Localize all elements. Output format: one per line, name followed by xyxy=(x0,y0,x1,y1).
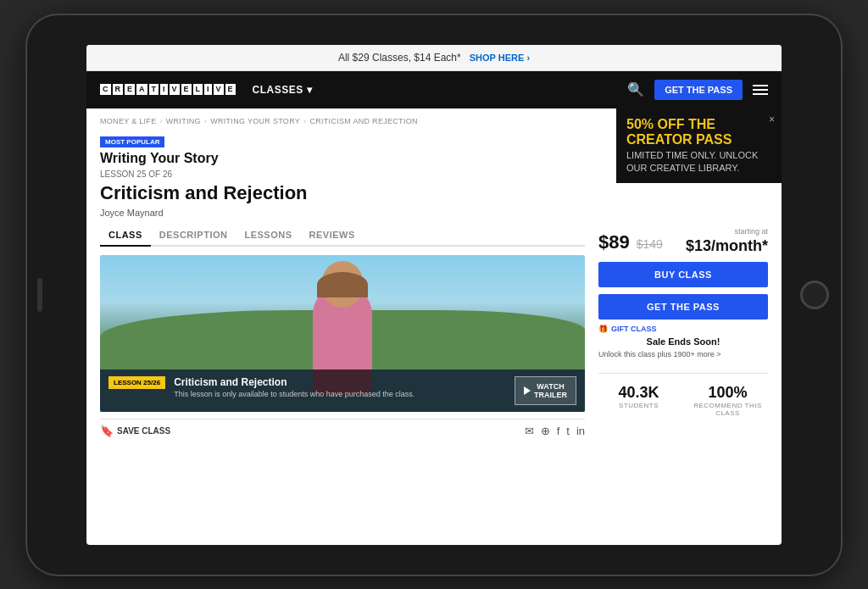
students-stat: 40.3K STUDENTS xyxy=(598,384,679,417)
top-banner: All $29 Classes, $14 Each* SHOP HERE › xyxy=(86,45,782,71)
screen: All $29 Classes, $14 Each* SHOP HERE › C… xyxy=(86,45,782,545)
get-pass-button[interactable]: GET THE PASS xyxy=(598,294,768,320)
email-share-icon[interactable]: ✉ xyxy=(525,425,534,437)
save-class-button[interactable]: 🔖 SAVE CLASS xyxy=(100,425,170,437)
search-icon[interactable]: 🔍 xyxy=(627,81,644,97)
breadcrumb-writing[interactable]: WRITING xyxy=(166,117,201,125)
hamburger-menu-icon[interactable] xyxy=(753,85,768,95)
logo[interactable]: C R E A T I V E L I V E xyxy=(100,84,236,95)
gift-class-row[interactable]: 🎁 GIFT CLASS xyxy=(598,325,768,333)
lesson-overlay-sub: This lesson is only available to student… xyxy=(174,390,506,400)
video-player: LESSON 25/26 Criticism and Rejection Thi… xyxy=(100,255,585,412)
unlock-text[interactable]: Unlock this class plus 1900+ more > xyxy=(598,350,768,360)
tab-lessons[interactable]: LESSONS xyxy=(236,225,300,247)
breadcrumb-current: CRITICISM AND REJECTION xyxy=(309,117,417,125)
tablet-frame: All $29 Classes, $14 Each* SHOP HERE › C… xyxy=(27,15,841,575)
price-per-month: $13/month* xyxy=(686,237,768,255)
lesson-name: Criticism and Rejection xyxy=(100,182,585,204)
lesson-overlay: LESSON 25/26 Criticism and Rejection Thi… xyxy=(100,370,585,412)
breadcrumb-money-life[interactable]: MONEY & LIFE xyxy=(100,117,156,125)
breadcrumb-writing-your-story[interactable]: WRITING YOUR STORY xyxy=(210,117,300,125)
promo-percent-text: 50% OFF THE CREATOR PASS xyxy=(626,117,771,147)
stats-row: 40.3K STUDENTS 100% RECOMMEND THIS CLASS xyxy=(598,373,768,417)
facebook-share-icon[interactable]: f xyxy=(557,425,560,437)
promo-description: LIMITED TIME ONLY. UNLOCK OUR CREATIVE L… xyxy=(626,149,771,175)
students-count: 40.3K xyxy=(598,384,679,402)
banner-text: All $29 Classes, $14 Each* xyxy=(338,52,461,64)
lesson-count: LESSON 25 OF 26 xyxy=(100,169,585,179)
instructor-name: Joyce Maynard xyxy=(100,208,585,218)
bookmark-icon: 🔖 xyxy=(100,425,114,437)
students-label: STUDENTS xyxy=(598,402,679,409)
sale-ends-text: Sale Ends Soon! xyxy=(598,336,768,347)
buy-class-button[interactable]: BUY CLASS xyxy=(598,262,768,287)
promo-close-button[interactable]: × xyxy=(769,114,775,125)
save-class-row: 🔖 SAVE CLASS ✉ ⊕ f t in xyxy=(100,419,585,437)
gift-icon: 🎁 xyxy=(598,325,608,333)
recommend-stat: 100% RECOMMEND THIS CLASS xyxy=(687,384,768,417)
lesson-overlay-title: Criticism and Rejection xyxy=(174,376,506,388)
shop-link[interactable]: SHOP HERE › xyxy=(470,53,530,63)
nav-classes-button[interactable]: CLASSES ▾ xyxy=(253,84,313,96)
pricing-section: $89 $149 starting at $13/month* BUY CLAS… xyxy=(598,227,768,418)
pinterest-share-icon[interactable]: ⊕ xyxy=(541,425,550,437)
price-old: $149 xyxy=(637,237,663,251)
nav-get-pass-button[interactable]: GET THE PASS xyxy=(654,80,743,100)
lesson-badge: LESSON 25/26 xyxy=(108,376,165,389)
tab-reviews[interactable]: REVIEWS xyxy=(301,225,364,247)
most-popular-badge: MOST POPULAR xyxy=(100,136,164,147)
tab-description[interactable]: DESCRIPTION xyxy=(151,225,236,247)
right-column: × 50% OFF THE CREATOR PASS LIMITED TIME … xyxy=(598,117,768,437)
content-tabs: CLASS DESCRIPTION LESSONS REVIEWS xyxy=(100,225,585,247)
watch-trailer-button[interactable]: WATCHTRAILER xyxy=(515,376,576,405)
recommend-label: RECOMMEND THIS CLASS xyxy=(687,402,768,417)
class-title: Writing Your Story xyxy=(100,151,585,166)
left-column: MONEY & LIFE › WRITING › WRITING YOUR ST… xyxy=(100,117,585,437)
twitter-share-icon[interactable]: t xyxy=(566,425,570,437)
play-icon xyxy=(524,386,531,395)
starting-at-label: starting at xyxy=(686,227,768,236)
linkedin-share-icon[interactable]: in xyxy=(576,425,585,437)
tab-class[interactable]: CLASS xyxy=(100,225,151,247)
recommend-count: 100% xyxy=(687,384,768,402)
breadcrumb: MONEY & LIFE › WRITING › WRITING YOUR ST… xyxy=(100,117,585,125)
navbar: C R E A T I V E L I V E CLASSES ▾ 🔍 GET … xyxy=(86,71,782,108)
main-content: MONEY & LIFE › WRITING › WRITING YOUR ST… xyxy=(86,108,782,446)
price-current: $89 xyxy=(598,231,630,253)
social-share-icons: ✉ ⊕ f t in xyxy=(525,425,585,437)
promo-popup: × 50% OFF THE CREATOR PASS LIMITED TIME … xyxy=(616,108,782,184)
